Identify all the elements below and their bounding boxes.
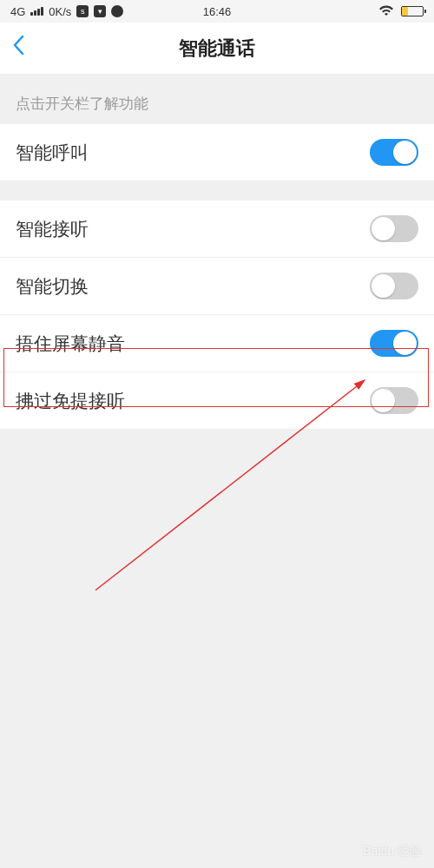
time-label: 16:46 xyxy=(203,5,232,18)
status-left: 4G 0K/s s ▾ xyxy=(10,5,123,18)
row-smart-switch[interactable]: 智能切换 xyxy=(0,258,434,315)
row-label: 智能接听 xyxy=(16,217,89,241)
dropdown-icon: ▾ xyxy=(94,5,106,17)
row-wave-speaker[interactable]: 拂过免提接听 xyxy=(0,372,434,430)
row-cover-mute[interactable]: 捂住屏幕静音 xyxy=(0,315,434,372)
network-label: 4G xyxy=(10,5,25,18)
section-label: 点击开关栏了解功能 xyxy=(0,75,434,124)
row-label: 拂过免提接听 xyxy=(16,389,125,413)
toggle-smart-answer[interactable] xyxy=(370,215,418,242)
back-button[interactable] xyxy=(12,35,24,62)
row-label: 智能呼叫 xyxy=(16,141,89,165)
toggle-wave-speaker[interactable] xyxy=(370,387,418,414)
row-smart-answer[interactable]: 智能接听 xyxy=(0,201,434,258)
section-gap xyxy=(0,181,434,201)
watermark: Baidu 经验 xyxy=(363,844,422,859)
toggle-cover-mute[interactable] xyxy=(370,330,418,357)
status-right xyxy=(378,4,424,19)
row-label: 捂住屏幕静音 xyxy=(16,332,125,356)
wifi-icon xyxy=(378,4,394,19)
chat-icon xyxy=(111,5,123,17)
page-title: 智能通话 xyxy=(0,36,434,62)
speed-label: 0K/s xyxy=(49,5,71,18)
toggle-smart-switch[interactable] xyxy=(370,273,418,299)
signal-icon xyxy=(30,7,43,16)
row-label: 智能切换 xyxy=(16,274,89,299)
page-header: 智能通话 xyxy=(0,23,434,75)
battery-icon xyxy=(401,6,424,16)
status-bar: 4G 0K/s s ▾ 16:46 xyxy=(0,0,434,23)
row-smart-call[interactable]: 智能呼叫 xyxy=(0,124,434,181)
toggle-smart-call[interactable] xyxy=(370,139,418,166)
appstore-icon: s xyxy=(76,5,89,17)
